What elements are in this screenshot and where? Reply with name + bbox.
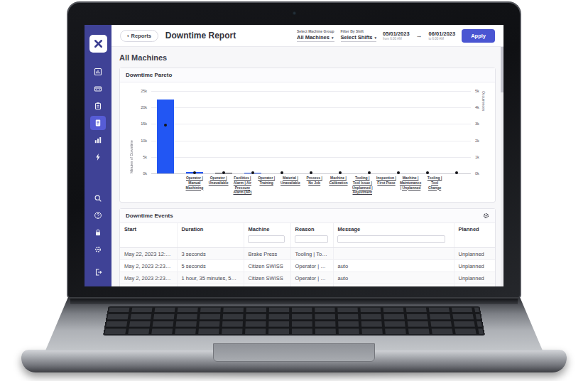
downtime-pareto-panel: Downtime Pareto Minutes of Downtime Occu… <box>119 68 496 203</box>
end-date-note: to 6:00 AM <box>429 37 456 41</box>
end-date-value: 06/01/2023 <box>429 31 456 37</box>
cell-message: auto <box>333 272 454 284</box>
lock-icon[interactable] <box>90 225 106 240</box>
table-row[interactable]: May 22, 2023 12:32:47 ...3 secondsBrake … <box>120 248 495 260</box>
jobs-icon[interactable] <box>90 99 106 113</box>
back-to-reports-button[interactable]: ‹ Reports <box>120 30 158 42</box>
cell-reason: Operator | Manual... <box>290 260 333 272</box>
cell-message: auto <box>333 260 454 272</box>
downtime-events-panel: Downtime Events <box>119 208 496 286</box>
category-label[interactable]: Machine | Calibration <box>327 176 351 195</box>
page-title: Downtime Report <box>165 31 236 41</box>
main-area: ‹ Reports Downtime Report Select Machine… <box>111 25 503 286</box>
table-row[interactable]: May 2, 2023 2:23:50 PM1 hour, 35 minutes… <box>120 272 495 284</box>
report-content: All Machines Downtime Pareto Minutes of … <box>111 47 503 286</box>
category-label[interactable]: Operator | Manual Machining <box>183 176 207 195</box>
category-label[interactable]: Operator | Unavailable <box>207 176 231 195</box>
laptop-keyboard <box>103 306 485 336</box>
pareto-column <box>209 91 239 173</box>
table-row[interactable]: May 2, 2023 3:59:50 PM3 secondsCitizen S… <box>120 284 495 287</box>
sidebar-bottom-nav <box>90 191 106 257</box>
pareto-column <box>268 91 297 173</box>
column-header-message[interactable]: Message <box>333 223 454 234</box>
pareto-column <box>180 91 209 173</box>
filter-input-reason[interactable] <box>295 235 328 243</box>
cell-start: May 2, 2023 2:23:50 PM <box>120 272 177 284</box>
category-label[interactable]: Inspection | First Piece <box>374 176 398 195</box>
chevron-down-icon: ▾ <box>332 36 334 40</box>
column-header-planned[interactable]: Planned <box>454 223 495 234</box>
cell-machine: Citizen SWISS <box>244 272 290 284</box>
cell-reason: Tooling | Tool Cha... <box>290 248 333 260</box>
pareto-plot: 25k5k20k4k15k3k10k2k5k1k0k0k <box>151 91 471 173</box>
report-header: ‹ Reports Downtime Report Select Machine… <box>111 25 503 47</box>
start-date-value: 05/01/2023 <box>383 31 410 37</box>
shift-filter-label: Filter By Shift <box>341 29 377 33</box>
scrollbar[interactable] <box>501 47 503 286</box>
cell-message: auto <box>333 284 454 287</box>
cell-duration: 3 seconds <box>177 284 244 287</box>
category-label[interactable]: Machine | Maintenance | Unplanned <box>398 176 423 195</box>
right-axis-tick: 1k <box>475 155 479 159</box>
left-axis-label: Minutes of Downtime <box>129 91 134 173</box>
back-label: Reports <box>131 33 151 39</box>
logout-icon[interactable] <box>90 265 106 279</box>
dashboard-icon[interactable] <box>90 65 106 79</box>
laptop-keyboard-deck <box>45 298 543 350</box>
sidebar-nav <box>90 65 106 164</box>
filter-input-machine[interactable] <box>248 235 285 243</box>
gear-icon[interactable] <box>483 213 489 219</box>
cell-duration: 3 seconds <box>177 248 244 260</box>
pareto-chart: Minutes of Downtime Occurrences 25k5k20k… <box>120 82 495 202</box>
app-logo[interactable] <box>89 35 107 53</box>
apply-button[interactable]: Apply <box>462 29 495 43</box>
filter-cell-duration <box>177 234 244 248</box>
column-header-machine[interactable]: Machine <box>244 223 290 234</box>
cell-start: May 2, 2023 3:59:50 PM <box>120 284 177 287</box>
pareto-column <box>442 91 471 173</box>
cell-planned: Unplanned <box>454 284 495 287</box>
app-screen: ‹ Reports Downtime Report Select Machine… <box>85 25 503 286</box>
scrollbar-thumb[interactable] <box>501 47 503 92</box>
left-axis-tick: 0k <box>143 171 147 176</box>
analytics-icon[interactable] <box>90 133 106 147</box>
cell-duration: 5 seconds <box>177 260 244 272</box>
column-header-reason[interactable]: Reason <box>290 223 333 234</box>
left-axis-tick: 15k <box>141 122 147 126</box>
reports-icon[interactable] <box>90 116 106 130</box>
report-controls: Select Machine Group All Machines ▾ Filt… <box>297 29 495 43</box>
cell-machine: Citizen SWISS <box>244 260 290 272</box>
cell-start: May 2, 2023 2:23:43 PM <box>120 260 177 272</box>
date-range-arrow-icon: → <box>416 32 423 39</box>
pareto-column <box>413 91 442 173</box>
machine-group-dropdown[interactable]: Select Machine Group All Machines ▾ <box>297 29 334 42</box>
cell-reason: Operator | Manual... <box>290 284 333 287</box>
settings-icon[interactable] <box>90 242 106 257</box>
filter-input-message[interactable] <box>337 235 446 243</box>
category-label[interactable]: Process | No Job <box>303 176 327 195</box>
column-header-start[interactable]: Start <box>120 223 177 234</box>
shift-filter-value: Select Shifts <box>341 34 373 41</box>
downtime-bar[interactable] <box>157 100 174 173</box>
category-label[interactable]: Tooling | Tool Issue | Unplanned | Adjus… <box>350 176 374 195</box>
end-date-picker[interactable]: 06/01/2023 to 6:00 AM <box>429 31 456 41</box>
shift-filter-dropdown[interactable]: Filter By Shift Select Shifts ▾ <box>341 29 377 42</box>
category-label[interactable]: Material | Unavailable <box>278 176 303 195</box>
table-row[interactable]: May 2, 2023 2:23:43 PM5 secondsCitizen S… <box>120 260 495 272</box>
pareto-column <box>151 91 180 173</box>
cell-start: May 22, 2023 12:32:47 ... <box>120 248 177 260</box>
pareto-panel-title: Downtime Pareto <box>126 72 172 78</box>
machines-icon[interactable] <box>90 82 106 96</box>
cell-message <box>333 248 454 260</box>
automation-icon[interactable] <box>90 150 106 164</box>
search-icon[interactable] <box>90 191 106 205</box>
start-date-picker[interactable]: 05/01/2023 from 6:00 AM <box>383 31 410 41</box>
help-icon[interactable] <box>90 208 106 222</box>
downtime-events-table: StartDurationMachineReasonMessagePlanned… <box>120 223 495 286</box>
category-label[interactable]: Operator | Training <box>254 176 278 195</box>
chevron-down-icon: ▾ <box>375 36 377 40</box>
category-label[interactable]: Tooling | Tool Change <box>423 176 447 195</box>
column-header-duration[interactable]: Duration <box>177 223 244 234</box>
category-label[interactable]: Facilities | Alarm | Air Pressure Alarm … <box>231 176 255 195</box>
pareto-column <box>239 91 268 173</box>
